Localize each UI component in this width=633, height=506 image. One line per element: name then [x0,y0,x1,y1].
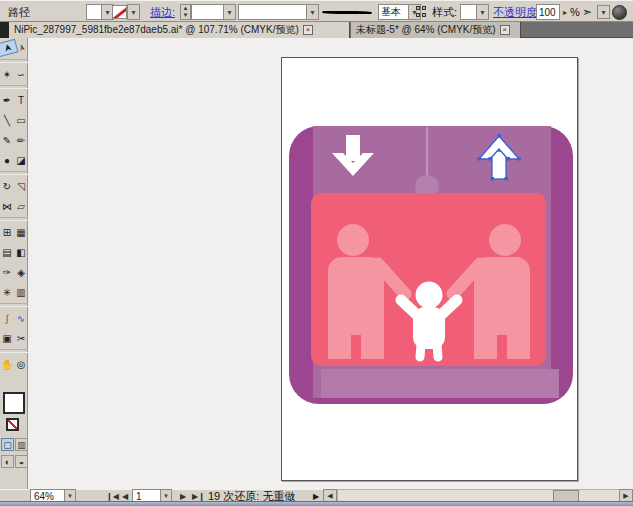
illustrator-window: 路径 ▾ ▾ 描边: ▲▼ ▾ ▾ 基本▾ 样式: ▾ 不透明度: 100 [0,0,633,506]
spinner-up-icon[interactable]: ▲ [183,5,189,12]
tool-separator [0,171,28,175]
opacity-control[interactable]: 100 [536,4,560,20]
graphic-style-control[interactable]: ▾ [460,4,489,20]
curvature-tool[interactable]: ∿ [14,308,28,328]
hand-tool[interactable]: ✋ [0,354,14,374]
globe-icon [612,5,627,20]
brush-stroke-preview [322,4,372,20]
perspective-grid-tool[interactable]: ▦ [14,222,28,242]
artboard-tool[interactable]: ▣ [0,328,14,348]
spinner-down-icon[interactable]: ▼ [183,12,189,19]
screen-mode-button[interactable]: ◒ [15,455,28,468]
document-tab-1[interactable]: NiPic_287997_5981fbe2e87daeb5.ai* @ 107.… [9,22,350,38]
symbol-sprayer-tool[interactable]: ✳ [0,282,14,302]
width-profile-control[interactable]: ▾ [238,4,319,20]
stroke-color-dropdown-arrow[interactable]: ▾ [127,4,140,20]
blob-brush-tool[interactable]: ● [0,150,14,170]
artboard[interactable] [281,57,578,481]
line-segment-tool[interactable]: ╲ [0,110,14,130]
stroke-panel-link[interactable]: 描边: [150,4,175,20]
stroke-swatch[interactable] [6,418,19,431]
tab-2-close-icon[interactable]: × [500,25,510,35]
graphic-style-dropdown-arrow[interactable]: ▾ [476,4,489,20]
status-bar: 64%▾ ❙◀ ◀ 1▾ ▶ ▶❙ 19 次还原: 无重做 ▶ ◀ ▶ [0,489,633,501]
fill-color-control[interactable]: ▾ [86,4,114,20]
knife-tool[interactable]: ∫ [0,308,14,328]
brush-line-icon [322,11,372,14]
graphic-style-field[interactable] [460,4,476,20]
drawing-mode-button[interactable]: ◐ [1,455,14,468]
lasso-tool[interactable]: ∽ [14,64,28,84]
selection-type-label: 路径 [8,4,30,20]
scale-tool[interactable]: ◹ [14,176,28,196]
document-tab-1-title: NiPic_287997_5981fbe2e87daeb5.ai* @ 107.… [14,23,299,37]
rotate-tool[interactable]: ↻ [0,176,14,196]
blend-tool[interactable]: ◈ [14,262,28,282]
tool-separator [0,349,28,353]
toolbox: ➤➢✶∽✒T╲▭✎✏●◪↻◹⋈▱⊞▦▤◧✑◈✳▥∫∿▣✂✋◎ ▢ ▥ ◐ ◒ [0,38,28,489]
rectangle-tool[interactable]: ▭ [14,110,28,130]
document-tab-2[interactable]: 未标题-5* @ 64% (CMYK/预览) × [351,22,521,38]
stroke-weight-field[interactable] [191,4,223,20]
type-tool[interactable]: T [14,90,28,110]
taskbar-edge [0,501,633,506]
gradient-button[interactable]: ▥ [15,438,28,451]
tool-separator [0,303,28,307]
tab-bar-corner-block [0,22,9,38]
eraser-tool[interactable]: ◪ [14,150,28,170]
opacity-panel-link[interactable]: 不透明度: [493,4,540,20]
width-profile-field[interactable] [238,4,306,20]
canvas-area[interactable] [28,38,633,489]
tool-separator [0,85,28,89]
control-bar: 路径 ▾ ▾ 描边: ▲▼ ▾ ▾ 基本▾ 样式: ▾ 不透明度: 100 [0,0,633,22]
fill-swatch[interactable] [3,392,25,414]
tool-separator [0,217,28,221]
opacity-value-field[interactable]: 100 [536,4,560,20]
gradient-tool[interactable]: ◧ [14,242,28,262]
isolate-selection-icon: ➣ [582,5,592,19]
bottom-highlight-band[interactable] [321,369,559,398]
paintbrush-tool[interactable]: ✎ [0,130,14,150]
stroke-weight-control[interactable]: ▲▼ ▾ [180,4,236,20]
stroke-weight-spinner[interactable]: ▲▼ [180,4,191,20]
opacity-percent-label: % [570,4,580,20]
stroke-weight-dropdown-arrow[interactable]: ▾ [223,4,236,20]
isolate-dropdown-arrow[interactable]: ▾ [597,5,610,19]
width-tool[interactable]: ⋈ [0,196,14,216]
mesh-tool[interactable]: ▤ [0,242,14,262]
recolor-artwork-button[interactable] [416,4,429,20]
free-transform-tool[interactable]: ▱ [14,196,28,216]
fill-color-swatch[interactable] [86,4,101,20]
color-button[interactable]: ▢ [1,438,14,451]
pen-tool[interactable]: ✒ [0,90,14,110]
style-label: 样式: [432,4,457,20]
stroke-none-swatch[interactable] [112,5,127,19]
isolate-dropdown[interactable]: ▾ [597,4,610,20]
eyedropper-tool[interactable]: ✑ [0,262,14,282]
zoom-tool[interactable]: ◎ [14,354,28,374]
brush-definition-value[interactable]: 基本 [378,4,408,20]
tab-1-close-icon[interactable]: × [303,25,313,35]
sync-button[interactable] [612,4,627,20]
tool-palette: ➤➢✶∽✒T╲▭✎✏●◪↻◹⋈▱⊞▦▤◧✑◈✳▥∫∿▣✂✋◎ [0,38,28,374]
shape-builder-tool[interactable]: ⊞ [0,222,14,242]
column-graph-tool[interactable]: ▥ [14,282,28,302]
pencil-tool[interactable]: ✏ [14,130,28,150]
tool-separator [0,59,28,63]
magic-wand-tool[interactable]: ✶ [0,64,14,84]
width-profile-dropdown-arrow[interactable]: ▾ [306,4,319,20]
stroke-color-control[interactable]: ▾ [112,4,140,20]
isolate-selection-button[interactable]: ➣ [582,4,592,20]
document-tab-bar: NiPic_287997_5981fbe2e87daeb5.ai* @ 107.… [0,22,633,38]
elevator-family-artwork[interactable] [282,58,579,482]
brush-definition-control[interactable]: 基本▾ [378,4,421,20]
document-tab-2-title: 未标题-5* @ 64% (CMYK/预览) [356,23,496,37]
slice-tool[interactable]: ✂ [14,328,28,348]
recolor-icon [416,6,429,18]
opacity-step-arrow[interactable]: ▸ [563,4,567,20]
